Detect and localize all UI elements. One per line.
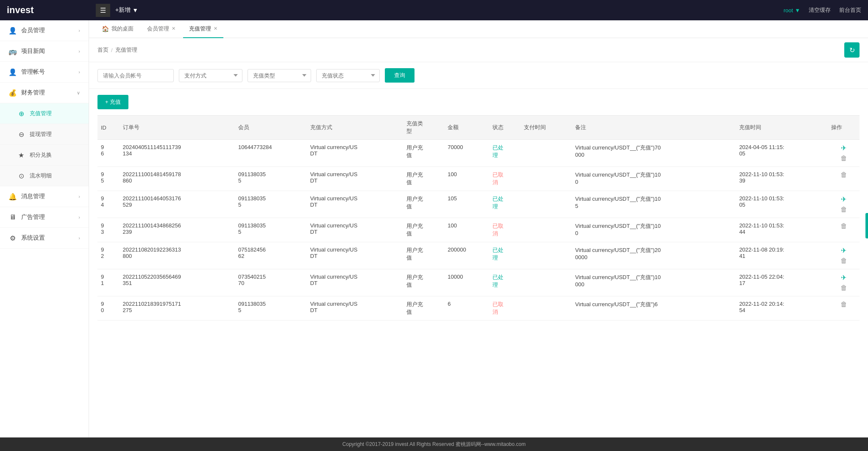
cell-status: 已取 消 bbox=[489, 296, 521, 321]
col-pay-time: 支付时间 bbox=[520, 116, 572, 140]
close-member-tab[interactable]: ✕ bbox=[172, 26, 175, 31]
breadcrumb-home[interactable]: 首页 bbox=[97, 46, 108, 54]
send-action-icon[interactable]: ✈ bbox=[841, 144, 846, 152]
cell-actions: 🗑 bbox=[828, 296, 860, 321]
cell-id: 9 0 bbox=[97, 296, 120, 321]
cell-status: 已处 理 bbox=[489, 191, 521, 218]
send-action-icon[interactable]: ✈ bbox=[841, 274, 846, 282]
cell-pay-time bbox=[520, 242, 572, 269]
table-row: 9 12022110522035656469 351073540215 70Vi… bbox=[97, 269, 860, 296]
footer: Copyright ©2017-2019 invest All Rights R… bbox=[0, 437, 868, 451]
close-charge-tab[interactable]: ✕ bbox=[214, 26, 217, 31]
flow-icon: ⊙ bbox=[17, 172, 25, 180]
cell-pay-method: Virtual currency/US DT bbox=[307, 296, 403, 321]
cell-order-no: 2022110820192236313 800 bbox=[120, 242, 235, 269]
add-charge-button[interactable]: + 充值 bbox=[97, 95, 128, 109]
cell-order-no: 2022111001434868256 239 bbox=[120, 218, 235, 242]
cell-charge-type: 用户充 值 bbox=[403, 140, 445, 167]
cell-charge-time: 2022-11-10 01:53: 39 bbox=[736, 167, 828, 191]
sidebar-item-charge-mgmt[interactable]: ⊕ 充值管理 bbox=[0, 103, 89, 124]
bell-icon: 🔔 bbox=[8, 192, 17, 201]
footer-text: Copyright ©2017-2019 invest All Rights R… bbox=[342, 441, 526, 448]
cell-order-no: 2022110522035656469 351 bbox=[120, 269, 235, 296]
cell-charge-time: 2022-11-10 01:53: 44 bbox=[736, 218, 828, 242]
delete-action-icon[interactable]: 🗑 bbox=[840, 257, 847, 265]
cell-charge-time: 2022-11-05 22:04: 17 bbox=[736, 269, 828, 296]
cell-actions: 🗑 bbox=[828, 167, 860, 191]
user-menu[interactable]: root ▼ bbox=[784, 7, 800, 14]
front-home-link[interactable]: 前台首页 bbox=[839, 6, 861, 14]
account-input[interactable] bbox=[97, 69, 174, 82]
payment-method-select[interactable]: 支付方式 Virtual currency/USDT bbox=[179, 69, 242, 82]
charge-status-select[interactable]: 充值状态 已处理 已取消 bbox=[316, 69, 380, 82]
table-row: 9 22022110820192236313 800075182456 62Vi… bbox=[97, 242, 860, 269]
sidebar-finance-submenu: ⊕ 充值管理 ⊖ 提现管理 ★ 积分兑换 ⊙ 流水明细 bbox=[0, 103, 89, 186]
cell-order-no: 2024040511145111739 134 bbox=[120, 140, 235, 167]
sidebar-item-finance-mgmt[interactable]: 💰 财务管理 ∨ bbox=[0, 83, 89, 103]
cell-pay-time bbox=[520, 296, 572, 321]
cell-status: 已处 理 bbox=[489, 242, 521, 269]
cell-remark: Virtual currency/USDT__("充值")10 000 bbox=[572, 269, 736, 296]
hamburger-button[interactable]: ☰ bbox=[96, 4, 110, 17]
news-icon: 🚌 bbox=[8, 47, 17, 55]
delete-action-icon[interactable]: 🗑 bbox=[840, 222, 847, 230]
sidebar-item-flow-detail[interactable]: ⊙ 流水明细 bbox=[0, 166, 89, 186]
delete-action-icon[interactable]: 🗑 bbox=[840, 301, 847, 308]
cell-pay-method: Virtual currency/US DT bbox=[307, 167, 403, 191]
tab-member-mgmt[interactable]: 会员管理 ✕ bbox=[141, 20, 181, 38]
add-new-button[interactable]: +新增 ▼ bbox=[115, 6, 138, 14]
refresh-button[interactable]: ↻ bbox=[844, 42, 860, 58]
cell-status: 已处 理 bbox=[489, 269, 521, 296]
sidebar-item-ad-mgmt[interactable]: 🖥 广告管理 › bbox=[0, 207, 89, 228]
sidebar-item-message-mgmt[interactable]: 🔔 消息管理 › bbox=[0, 186, 89, 207]
cell-id: 9 2 bbox=[97, 242, 120, 269]
cell-amount: 10000 bbox=[444, 269, 489, 296]
cell-actions: ✈🗑 bbox=[828, 242, 860, 269]
delete-action-icon[interactable]: 🗑 bbox=[840, 155, 847, 162]
clear-cache-link[interactable]: 清空缓存 bbox=[809, 6, 831, 14]
query-button[interactable]: 查询 bbox=[385, 68, 415, 83]
cell-amount: 6 bbox=[444, 296, 489, 321]
tab-charge-mgmt[interactable]: 充值管理 ✕ bbox=[183, 20, 223, 38]
send-action-icon[interactable]: ✈ bbox=[841, 195, 846, 203]
cell-charge-time: 2024-04-05 11:15: 05 bbox=[736, 140, 828, 167]
cell-pay-method: Virtual currency/US DT bbox=[307, 242, 403, 269]
breadcrumb-sep: / bbox=[111, 47, 113, 53]
charge-icon: ⊕ bbox=[17, 109, 25, 118]
delete-action-icon[interactable]: 🗑 bbox=[840, 171, 847, 179]
send-action-icon[interactable]: ✈ bbox=[841, 246, 846, 255]
cell-pay-time bbox=[520, 140, 572, 167]
cell-pay-time bbox=[520, 191, 572, 218]
cell-id: 9 1 bbox=[97, 269, 120, 296]
tab-my-desk[interactable]: 🏠 我的桌面 bbox=[96, 20, 139, 38]
delete-action-icon[interactable]: 🗑 bbox=[840, 206, 847, 213]
charge-type-select[interactable]: 充值类型 用户充值 bbox=[248, 69, 311, 82]
cell-actions: ✈🗑 bbox=[828, 191, 860, 218]
col-actions: 操作 bbox=[828, 116, 860, 140]
cell-remark: Virtual currency/USDT__("充值")10 0 bbox=[572, 167, 736, 191]
cell-amount: 105 bbox=[444, 191, 489, 218]
sidebar-item-member-mgmt[interactable]: 👤 会员管理 › bbox=[0, 20, 89, 41]
breadcrumb-links: 首页 / 充值管理 bbox=[97, 46, 137, 54]
col-charge-type: 充值类型 bbox=[403, 116, 445, 140]
sidebar-item-withdraw-mgmt[interactable]: ⊖ 提现管理 bbox=[0, 124, 89, 145]
cell-member: 091138035 5 bbox=[235, 296, 307, 321]
sidebar-item-points-exchange[interactable]: ★ 积分兑换 bbox=[0, 145, 89, 166]
filter-bar: 支付方式 Virtual currency/USDT 充值类型 用户充值 充值状… bbox=[89, 62, 868, 89]
delete-action-icon[interactable]: 🗑 bbox=[840, 284, 847, 292]
sidebar-item-admin-account[interactable]: 👤 管理帐号 › bbox=[0, 62, 89, 83]
sidebar-item-system-settings[interactable]: ⚙ 系统设置 › bbox=[0, 228, 89, 249]
sidebar-item-project-news[interactable]: 🚌 项目新闻 › bbox=[0, 41, 89, 62]
breadcrumb: 首页 / 充值管理 ↻ bbox=[89, 38, 868, 62]
cell-actions: ✈🗑 bbox=[828, 140, 860, 167]
cell-status: 已处 理 bbox=[489, 140, 521, 167]
cell-status: 已取 消 bbox=[489, 167, 521, 191]
table-area: + 充值 ID 订单号 会员 充值方式 充值类型 金额 状态 支付时间 备注 充… bbox=[89, 89, 868, 437]
table-row: 9 32022111001434868256 239091138035 5Vir… bbox=[97, 218, 860, 242]
cell-member: 075182456 62 bbox=[235, 242, 307, 269]
cell-member: 091138035 5 bbox=[235, 167, 307, 191]
col-remark: 备注 bbox=[572, 116, 736, 140]
table-row: 9 42022111001464053176 529091138035 5Vir… bbox=[97, 191, 860, 218]
cell-member: 10644773284 bbox=[235, 140, 307, 167]
cell-pay-method: Virtual currency/US DT bbox=[307, 191, 403, 218]
